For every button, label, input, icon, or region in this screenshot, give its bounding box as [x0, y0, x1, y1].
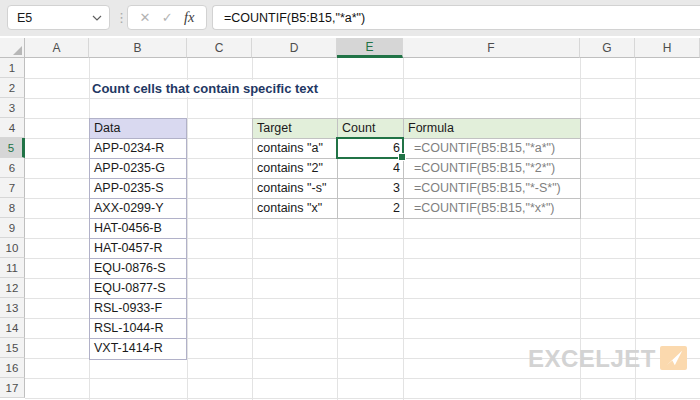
row-header-11[interactable]: 11	[0, 258, 25, 278]
worksheet-title-cell[interactable]: Count cells that contain specific text	[92, 80, 326, 97]
count-cell[interactable]: 3	[338, 179, 404, 199]
row-header-17[interactable]: 17	[0, 378, 25, 398]
row-header-16[interactable]: 16	[0, 358, 25, 378]
count-cell[interactable]: 2	[338, 199, 404, 219]
row-header-7[interactable]: 7	[0, 178, 25, 198]
formula-text: =COUNTIF(B5:B15,"*a*")	[224, 11, 365, 25]
cancel-icon[interactable]: ✕	[140, 10, 151, 25]
gridline	[252, 58, 253, 400]
column-header-f[interactable]: F	[403, 38, 580, 58]
data-cell[interactable]: EQU-0877-S	[90, 279, 186, 299]
gridline	[337, 58, 338, 400]
row-header-6[interactable]: 6	[0, 158, 25, 178]
exceljet-logo-badge	[660, 346, 687, 370]
row-header-9[interactable]: 9	[0, 218, 25, 238]
gridline	[25, 78, 700, 79]
column-header-e[interactable]: E	[337, 38, 403, 58]
data-table: Data APP-0234-R APP-0235-G APP-0235-S AX…	[89, 118, 187, 360]
gridline	[403, 58, 404, 400]
formula-input[interactable]: =COUNTIF(B5:B15,"*a*")	[212, 5, 700, 30]
corner-triangle-icon	[13, 46, 22, 55]
column-header-c[interactable]: C	[187, 38, 252, 58]
data-table-header[interactable]: Data	[90, 119, 186, 139]
chevron-down-icon[interactable]	[92, 15, 102, 21]
row-header-4[interactable]: 4	[0, 118, 25, 138]
formula-cell[interactable]: =COUNTIF(B5:B15,"*x*")	[404, 199, 581, 219]
column-header-b[interactable]: B	[89, 38, 187, 58]
formula-header[interactable]: Formula	[404, 119, 581, 139]
formula-cell[interactable]: =COUNTIF(B5:B15,"*a*")	[404, 139, 581, 159]
data-cell[interactable]: HAT-0457-R	[90, 239, 186, 259]
column-header-h[interactable]: H	[635, 38, 700, 58]
data-cell[interactable]: APP-0234-R	[90, 139, 186, 159]
row-header-3[interactable]: 3	[0, 98, 25, 118]
data-cell[interactable]: RSL-0933-F	[90, 299, 186, 319]
target-cell[interactable]: contains "x"	[253, 199, 338, 219]
target-cell[interactable]: contains "-s"	[253, 179, 338, 199]
cell-reference: E5	[8, 11, 92, 25]
enter-icon[interactable]: ✓	[162, 10, 173, 25]
data-cell[interactable]: APP-0235-S	[90, 179, 186, 199]
data-cell[interactable]: VXT-1414-R	[90, 339, 186, 359]
exceljet-logo: EXCELJET	[528, 345, 656, 373]
row-header-12[interactable]: 12	[0, 278, 25, 298]
gridline	[25, 398, 700, 399]
formula-bar-buttons: ✕ ✓ fx	[127, 5, 207, 30]
fill-handle[interactable]	[398, 153, 406, 161]
gridline	[25, 98, 700, 99]
gridline	[187, 58, 188, 400]
data-cell[interactable]: EQU-0876-S	[90, 259, 186, 279]
column-header-g[interactable]: G	[580, 38, 635, 58]
data-cell[interactable]: HAT-0456-B	[90, 219, 186, 239]
row-header-2[interactable]: 2	[0, 78, 25, 98]
count-cell[interactable]: 4	[338, 159, 404, 179]
formula-bar: E5 ⋮ ✕ ✓ fx =COUNTIF(B5:B15,"*a*")	[0, 0, 700, 36]
formula-cell[interactable]: =COUNTIF(B5:B15,"*-S*")	[404, 179, 581, 199]
formula-cell[interactable]: =COUNTIF(B5:B15,"*2*")	[404, 159, 581, 179]
paper-plane-icon	[664, 349, 684, 367]
formula-table: Target Count Formula contains "a" 6 =COU…	[252, 118, 581, 219]
gridline	[25, 378, 700, 379]
row-header-10[interactable]: 10	[0, 238, 25, 258]
row-header-8[interactable]: 8	[0, 198, 25, 218]
target-header[interactable]: Target	[253, 119, 338, 139]
row-header-5[interactable]: 5	[0, 138, 25, 158]
select-all-button[interactable]	[0, 38, 25, 58]
name-box[interactable]: E5	[7, 5, 110, 30]
data-cell[interactable]: RSL-1044-R	[90, 319, 186, 339]
active-cell-selection	[336, 137, 404, 159]
data-cell[interactable]: AXX-0299-Y	[90, 199, 186, 219]
row-header-13[interactable]: 13	[0, 298, 25, 318]
data-cell[interactable]: APP-0235-G	[90, 159, 186, 179]
row-header-15[interactable]: 15	[0, 338, 25, 358]
count-header[interactable]: Count	[338, 119, 404, 139]
target-cell[interactable]: contains "a"	[253, 139, 338, 159]
target-cell[interactable]: contains "2"	[253, 159, 338, 179]
row-header-14[interactable]: 14	[0, 318, 25, 338]
column-header-d[interactable]: D	[252, 38, 337, 58]
column-header-a[interactable]: A	[25, 38, 89, 58]
row-header-1[interactable]: 1	[0, 58, 25, 78]
insert-function-icon[interactable]: fx	[184, 9, 194, 26]
